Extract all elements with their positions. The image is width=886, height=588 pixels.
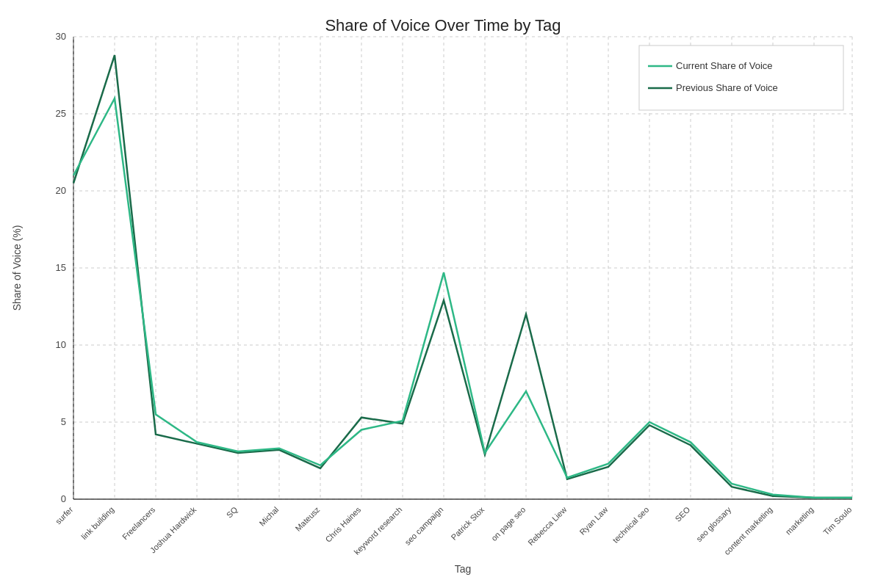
legend-box xyxy=(639,46,843,110)
chart-container: Share of Voice Over Time by Tag Share of… xyxy=(0,0,886,588)
y-tick-10: 10 xyxy=(56,339,66,350)
x-axis-label: Tag xyxy=(455,563,472,575)
y-axis-label: Share of Voice (%) xyxy=(11,225,23,311)
y-tick-20: 20 xyxy=(56,185,66,196)
legend-previous-label: Previous Share of Voice xyxy=(676,82,778,93)
y-tick-5: 5 xyxy=(61,416,66,427)
legend-current-label: Current Share of Voice xyxy=(676,60,773,71)
y-tick-25: 25 xyxy=(56,108,66,119)
line-chart: Share of Voice Over Time by Tag Share of… xyxy=(0,0,886,588)
y-tick-15: 15 xyxy=(56,262,66,273)
chart-title: Share of Voice Over Time by Tag xyxy=(325,16,561,35)
y-tick-30: 30 xyxy=(56,31,66,42)
y-tick-0: 0 xyxy=(61,493,66,504)
